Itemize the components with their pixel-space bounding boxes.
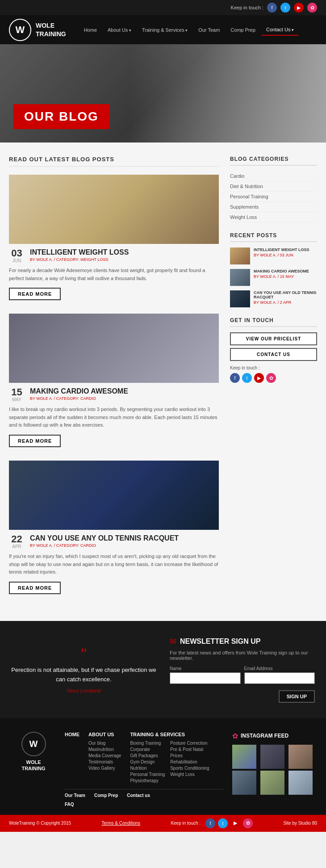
facebook-icon[interactable]: f — [267, 3, 277, 13]
footer-link-boxing[interactable]: Boxing Training — [130, 741, 165, 746]
sidebar-instagram-icon[interactable]: ✿ — [266, 373, 276, 383]
youtube-icon[interactable]: ▶ — [294, 3, 304, 13]
terms-link[interactable]: Terms & Conditions — [101, 821, 140, 826]
recent-title-2: MAKING CARDIO AWESOME — [254, 269, 309, 273]
footer-link-media[interactable]: Media Coverage — [88, 753, 121, 758]
footer-link-personal[interactable]: Personal Training — [130, 772, 165, 777]
sign-up-button[interactable]: SIGN UP — [279, 690, 315, 703]
footer-link-blog[interactable]: Our blog — [88, 741, 121, 746]
recent-thumb-2 — [230, 269, 250, 286]
sidebar-facebook-icon[interactable]: f — [230, 373, 240, 383]
post-date-wrap-1: 03 JUN INTELLIGENT WEIGHT LOSS BY WOLE A… — [9, 248, 219, 263]
footer-link-sports[interactable]: Sports Conditioning — [170, 766, 209, 771]
email-field-wrap: Email Address — [244, 666, 315, 684]
instagram-feed-section: ✿ INSTAGRAM FEED — [232, 732, 315, 808]
footer-training-title: Training & Services — [130, 732, 209, 737]
footer-instagram-icon[interactable]: ✿ — [243, 818, 253, 828]
sidebar: BLOG CATEGORIES Cardio Diet & Nutrition … — [230, 156, 317, 608]
footer-twitter-icon[interactable]: t — [218, 818, 228, 828]
newsletter-subtitle: For the latest news and offers from Wole… — [170, 650, 315, 661]
nav-about[interactable]: About Us — [103, 25, 136, 35]
main-content: READ OUT LATEST BLOG POSTS 03 JUN INTELL… — [0, 143, 326, 621]
newsletter-section: " Perection is not attainable, but if we… — [0, 621, 326, 718]
recent-title-3: CAN YOU USE ANY OLD TENNIS RACQUET — [254, 290, 317, 299]
nav-links: Home About Us Training & Services Our Te… — [79, 24, 298, 36]
footer-link-rehab[interactable]: Rehabilitation — [170, 759, 209, 764]
twitter-icon[interactable]: t — [280, 3, 290, 13]
instagram-thumb-4[interactable] — [232, 771, 256, 795]
contact-button[interactable]: CONTACT US — [230, 348, 317, 361]
pricelist-button[interactable]: VIEW OUR PRICELIST — [230, 332, 317, 345]
footer-facebook-icon[interactable]: f — [205, 818, 215, 828]
instagram-thumb-1[interactable] — [232, 745, 256, 769]
footer-link-prenatal[interactable]: Pre & Post Natal — [170, 747, 209, 752]
post-title-3: CAN YOU USE ANY OLD TENNIS RACQUET — [30, 534, 179, 542]
post-image-2 — [9, 314, 219, 383]
nav-comp[interactable]: Comp Prep — [226, 25, 260, 35]
footer-link-comp[interactable]: Comp Prep — [94, 793, 118, 798]
logo-text: WOLETRAINING — [36, 21, 66, 38]
read-more-button-1[interactable]: READ MORE — [9, 288, 61, 300]
nav-contact[interactable]: Contact Us — [262, 24, 298, 36]
footer-link-physio[interactable]: Physiotherapy — [130, 778, 165, 783]
footer-link-prices[interactable]: Prices — [170, 753, 209, 758]
sidebar-youtube-icon[interactable]: ▶ — [254, 373, 264, 383]
blog-title-box: OUR BLOG — [13, 104, 109, 129]
nav-team[interactable]: Our Team — [194, 25, 224, 35]
footer-link-weight[interactable]: Weight Loss — [170, 772, 209, 777]
post-info-3: CAN YOU USE ANY OLD TENNIS RACQUET BY WO… — [30, 534, 179, 548]
footer: W WOLETRAINING Home About Us Our blog Ma… — [0, 718, 326, 815]
footer-link-nutrition[interactable]: Nutrition — [130, 766, 165, 771]
nav-training[interactable]: Training & Services — [138, 25, 192, 35]
sidebar-twitter-icon[interactable]: t — [242, 373, 252, 383]
footer-keep-in-touch: Keep in touch : — [171, 821, 201, 826]
category-weight[interactable]: Weight Loss — [230, 212, 317, 222]
footer-col-home: Home — [65, 732, 79, 784]
footer-youtube-icon[interactable]: ▶ — [230, 818, 240, 828]
footer-copyright-bar: WoleTraining © Copyright 2015 Terms & Co… — [0, 815, 326, 832]
blog-post-2: 15 MAY MAKING CARDIO AWESOME BY WOLE A. … — [9, 314, 219, 447]
recent-post-3[interactable]: CAN YOU USE ANY OLD TENNIS RACQUET BY WO… — [230, 290, 317, 307]
category-cardio[interactable]: Cardio — [230, 171, 317, 181]
footer-link-gift[interactable]: Gift Packages — [130, 753, 165, 758]
blog-title: OUR BLOG — [24, 109, 99, 123]
quote-side: " Perection is not attainable, but if we… — [11, 637, 156, 703]
footer-link-gym[interactable]: Gym Design — [130, 759, 165, 764]
quote-mark: " — [80, 646, 87, 662]
newsletter-fields: Name Email Address — [170, 666, 315, 684]
instagram-thumb-2[interactable] — [260, 745, 284, 769]
footer-link-contact[interactable]: Contact us — [127, 793, 150, 798]
footer-link-faq[interactable]: FAQ — [65, 802, 223, 807]
instagram-thumb-5[interactable] — [260, 771, 284, 795]
instagram-icon[interactable]: ✿ — [307, 3, 317, 13]
footer-link-video[interactable]: Video Gallery — [88, 766, 121, 771]
instagram-thumb-3[interactable] — [288, 745, 313, 769]
logo[interactable]: W WOLETRAINING — [9, 19, 66, 41]
get-in-touch-section: GET IN TOUCH VIEW OUR PRICELIST CONTACT … — [230, 317, 317, 383]
footer-col-training: Training & Services Boxing Training Corp… — [130, 732, 209, 784]
instagram-thumb-6[interactable] — [288, 771, 313, 795]
footer-link-corporate[interactable]: Corporate — [130, 747, 165, 752]
categories-title: BLOG CATEGORIES — [230, 156, 317, 166]
recent-post-2[interactable]: MAKING CARDIO AWESOME BY WOLE A. / 15 MA… — [230, 269, 317, 286]
instagram-grid — [232, 745, 315, 795]
category-supplements[interactable]: Supplements — [230, 202, 317, 212]
footer-link-testimonials[interactable]: Testimonials — [88, 759, 121, 764]
name-input[interactable] — [170, 672, 241, 684]
post-month-2: MAY — [9, 397, 25, 402]
email-input[interactable] — [244, 672, 315, 684]
recent-post-1[interactable]: INTELLIGENT WEIGHT LOSS BY WOLE A. / 03 … — [230, 247, 317, 264]
read-more-button-2[interactable]: READ MORE — [9, 435, 61, 447]
post-meta-1: BY WOLE A. / CATEGORY: WEIGHT LOSS — [30, 257, 129, 262]
footer-link-team[interactable]: Our Team — [65, 793, 85, 798]
nav-home[interactable]: Home — [79, 25, 101, 35]
read-more-button-3[interactable]: READ MORE — [9, 582, 61, 594]
newsletter-icon: ✉ — [170, 637, 176, 646]
footer-link-max[interactable]: Maxinutrition — [88, 747, 121, 752]
footer-col-about: About Us Our blog Maxinutrition Media Co… — [88, 732, 121, 784]
footer-link-posture[interactable]: Posture Correction — [170, 741, 209, 746]
category-diet[interactable]: Diet & Nutrition — [230, 181, 317, 192]
recent-info-2: MAKING CARDIO AWESOME BY WOLE A. / 15 MA… — [254, 269, 309, 279]
post-meta-2: BY WOLE A. / CATEGORY: CARDIO — [30, 396, 128, 401]
category-personal[interactable]: Personal Training — [230, 192, 317, 202]
